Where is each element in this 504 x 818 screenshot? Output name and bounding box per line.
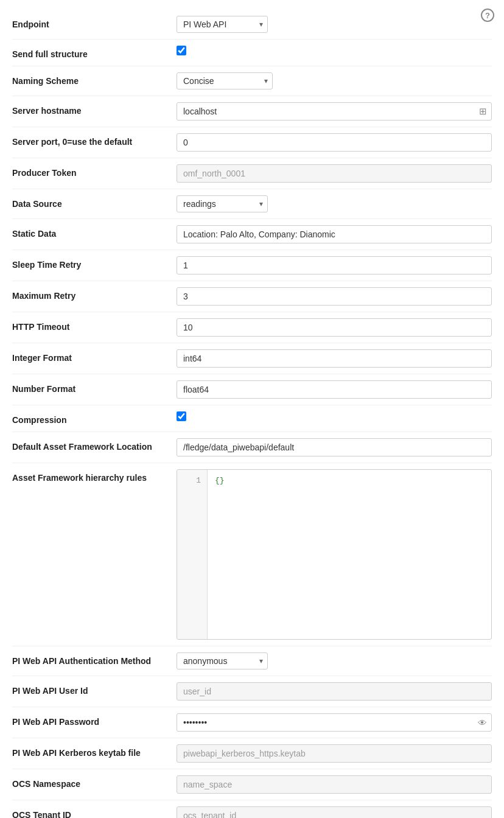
label-maximum-retry: Maximum Retry xyxy=(12,287,177,301)
http-timeout-input[interactable] xyxy=(177,318,492,337)
static-data-input[interactable] xyxy=(177,225,492,243)
line-number-1: 1 xyxy=(183,475,201,488)
data-source-select[interactable]: readings statistics xyxy=(177,195,268,212)
control-pi-web-api-kerberos-keytab-file xyxy=(177,744,492,763)
naming-scheme-select[interactable]: Concise Compatibility Use Type Suffix Us… xyxy=(177,72,273,89)
label-default-asset-framework-location: Default Asset Framework Location xyxy=(12,438,177,452)
label-integer-format: Integer Format xyxy=(12,349,177,363)
control-compression xyxy=(177,411,492,421)
settings-form: ? Endpoint PI Web API OCS EDS Send full … xyxy=(0,0,504,818)
label-sleep-time-retry: Sleep Time Retry xyxy=(12,256,177,270)
ocs-tenant-id-input xyxy=(177,806,492,818)
pi-web-api-password-input-wrap: 👁 xyxy=(177,713,492,732)
control-ocs-tenant-id xyxy=(177,806,492,818)
control-static-data xyxy=(177,225,492,243)
row-send-full-structure: Send full structure xyxy=(12,40,492,66)
label-server-port: Server port, 0=use the default xyxy=(12,133,177,147)
endpoint-select[interactable]: PI Web API OCS EDS xyxy=(177,16,268,33)
maximum-retry-input[interactable] xyxy=(177,287,492,306)
control-maximum-retry xyxy=(177,287,492,306)
ocs-namespace-input xyxy=(177,775,492,794)
row-pi-web-api-password: PI Web API Password 👁 xyxy=(12,707,492,738)
control-sleep-time-retry xyxy=(177,256,492,274)
label-ocs-namespace: OCS Namespace xyxy=(12,775,177,789)
row-server-hostname: Server hostname ⊞ xyxy=(12,96,492,127)
label-server-hostname: Server hostname xyxy=(12,102,177,116)
control-number-format xyxy=(177,380,492,399)
pi-web-api-auth-method-select[interactable]: anonymous basic kerberos xyxy=(177,652,268,669)
control-producer-token xyxy=(177,164,492,183)
code-content[interactable]: {} xyxy=(208,470,491,639)
sleep-time-retry-input[interactable] xyxy=(177,256,492,274)
control-data-source: readings statistics xyxy=(177,195,492,212)
label-data-source: Data Source xyxy=(12,195,177,209)
label-producer-token: Producer Token xyxy=(12,164,177,178)
help-icon[interactable]: ? xyxy=(481,9,494,22)
select-wrapper-data-source: readings statistics xyxy=(177,195,268,212)
row-pi-web-api-auth-method: PI Web API Authentication Method anonymo… xyxy=(12,646,492,676)
row-number-format: Number Format xyxy=(12,374,492,405)
code-editor[interactable]: 1 {} xyxy=(177,469,492,640)
select-wrapper-endpoint: PI Web API OCS EDS xyxy=(177,16,268,33)
select-wrapper-naming-scheme: Concise Compatibility Use Type Suffix Us… xyxy=(177,72,273,89)
pi-web-api-kerberos-keytab-file-input xyxy=(177,744,492,763)
label-send-full-structure: Send full structure xyxy=(12,46,177,59)
label-compression: Compression xyxy=(12,411,177,425)
control-asset-framework-hierarchy-rules: 1 {} xyxy=(177,469,492,640)
label-static-data: Static Data xyxy=(12,225,177,239)
row-compression: Compression xyxy=(12,405,492,432)
code-line-numbers: 1 xyxy=(177,470,208,639)
control-pi-web-api-user-id xyxy=(177,682,492,701)
producer-token-input xyxy=(177,164,492,183)
label-number-format: Number Format xyxy=(12,380,177,394)
label-asset-framework-hierarchy-rules: Asset Framework hierarchy rules xyxy=(12,469,177,483)
integer-format-input[interactable] xyxy=(177,349,492,368)
row-maximum-retry: Maximum Retry xyxy=(12,281,492,312)
row-asset-framework-hierarchy-rules: Asset Framework hierarchy rules 1 {} xyxy=(12,463,492,646)
control-integer-format xyxy=(177,349,492,368)
label-pi-web-api-user-id: PI Web API User Id xyxy=(12,682,177,696)
control-endpoint: PI Web API OCS EDS xyxy=(177,16,492,33)
control-http-timeout xyxy=(177,318,492,337)
label-http-timeout: HTTP Timeout xyxy=(12,318,177,332)
row-pi-web-api-user-id: PI Web API User Id xyxy=(12,676,492,707)
control-ocs-namespace xyxy=(177,775,492,794)
server-hostname-icon-btn[interactable]: ⊞ xyxy=(479,106,487,117)
row-data-source: Data Source readings statistics xyxy=(12,189,492,219)
default-asset-framework-location-input[interactable] xyxy=(177,438,492,456)
control-pi-web-api-auth-method: anonymous basic kerberos xyxy=(177,652,492,669)
row-default-asset-framework-location: Default Asset Framework Location xyxy=(12,432,492,463)
server-hostname-input[interactable] xyxy=(177,102,492,121)
row-server-port: Server port, 0=use the default xyxy=(12,127,492,158)
row-sleep-time-retry: Sleep Time Retry xyxy=(12,250,492,281)
number-format-input[interactable] xyxy=(177,380,492,399)
send-full-structure-checkbox[interactable] xyxy=(177,46,186,55)
label-ocs-tenant-id: OCS Tenant ID xyxy=(12,806,177,818)
pi-web-api-password-toggle-btn[interactable]: 👁 xyxy=(478,718,487,728)
row-ocs-tenant-id: OCS Tenant ID xyxy=(12,800,492,818)
label-pi-web-api-kerberos-keytab-file: PI Web API Kerberos keytab file xyxy=(12,744,177,758)
pi-web-api-password-input[interactable] xyxy=(177,713,492,732)
control-server-hostname: ⊞ xyxy=(177,102,492,121)
row-integer-format: Integer Format xyxy=(12,343,492,374)
server-hostname-input-wrap: ⊞ xyxy=(177,102,492,121)
pi-web-api-user-id-input xyxy=(177,682,492,701)
label-pi-web-api-auth-method: PI Web API Authentication Method xyxy=(12,652,177,666)
control-server-port xyxy=(177,133,492,152)
control-pi-web-api-password: 👁 xyxy=(177,713,492,732)
control-send-full-structure xyxy=(177,46,492,55)
label-pi-web-api-password: PI Web API Password xyxy=(12,713,177,727)
row-naming-scheme: Naming Scheme Concise Compatibility Use … xyxy=(12,66,492,96)
row-producer-token: Producer Token xyxy=(12,158,492,189)
control-naming-scheme: Concise Compatibility Use Type Suffix Us… xyxy=(177,72,492,89)
control-default-asset-framework-location xyxy=(177,438,492,456)
row-ocs-namespace: OCS Namespace xyxy=(12,769,492,800)
compression-checkbox[interactable] xyxy=(177,411,186,421)
label-naming-scheme: Naming Scheme xyxy=(12,72,177,86)
label-endpoint: Endpoint xyxy=(12,16,177,29)
row-pi-web-api-kerberos-keytab-file: PI Web API Kerberos keytab file xyxy=(12,738,492,769)
server-port-input[interactable] xyxy=(177,133,492,152)
row-endpoint: Endpoint PI Web API OCS EDS xyxy=(12,10,492,40)
select-wrapper-pi-web-api-auth-method: anonymous basic kerberos xyxy=(177,652,268,669)
row-static-data: Static Data xyxy=(12,219,492,250)
